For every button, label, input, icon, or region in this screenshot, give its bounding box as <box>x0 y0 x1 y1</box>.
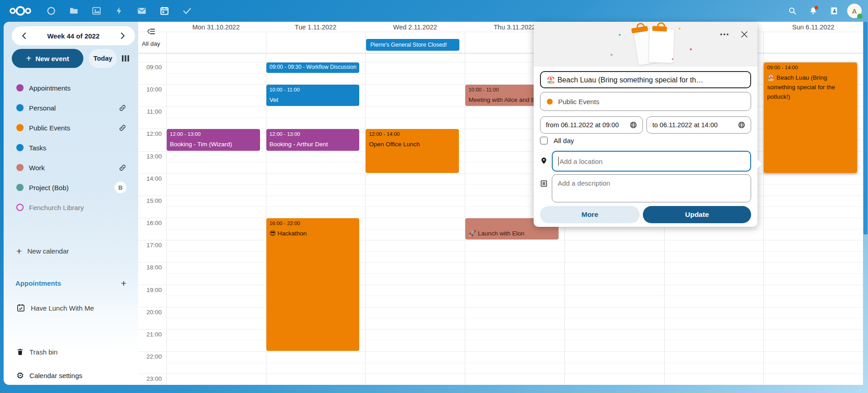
vertical-scrollbar[interactable] <box>863 22 868 235</box>
appointment-item[interactable]: Have Lunch With Me <box>4 298 138 318</box>
event-chip[interactable]: 12:00 - 13:00Booking - Arthur Dent <box>266 129 360 150</box>
allday-checkbox[interactable]: All day <box>540 137 574 144</box>
calendar-select[interactable]: Public Events <box>540 92 751 111</box>
event-title: 🏖️ Beach Luau (Bring something special f… <box>767 73 854 102</box>
hour-label: 20:00 <box>138 309 162 316</box>
photos-icon[interactable] <box>85 0 108 22</box>
half-hour-line <box>166 118 863 118</box>
event-time: 12:00 - 14:00 <box>369 131 456 137</box>
hour-label: 16:00 <box>138 220 162 226</box>
week-navigation: Week 44 of 2022 <box>12 26 135 45</box>
event-title: Booking - Arthur Dent <box>270 140 357 149</box>
contacts-icon[interactable] <box>824 0 844 22</box>
calendar-color-dot <box>16 124 24 131</box>
day-header: Mon 31.10.2022 <box>166 22 266 32</box>
calendar-color-dot <box>16 144 24 151</box>
update-button[interactable]: Update <box>643 206 751 223</box>
calendar-list-item-appointments[interactable]: Appointments <box>4 78 138 98</box>
description-placeholder: Add a description <box>558 179 610 187</box>
calendar-name: Tasks <box>29 144 46 152</box>
gear-icon: ⚙ <box>16 371 24 380</box>
calendar-list: Appointments Personal Public Events Task… <box>4 78 138 217</box>
grid-column-line <box>365 53 366 385</box>
next-week-button[interactable] <box>117 30 129 42</box>
event-chip[interactable]: 09:00 - 14:00🏖️ Beach Luau (Bring someth… <box>764 62 857 173</box>
calendar-list-item-public-events[interactable]: Public Events <box>4 118 138 138</box>
event-editor-popup: 🏖️ Beach Luau (Bring something special f… <box>534 22 757 227</box>
day-header: Wed 2.11.2022 <box>365 22 465 32</box>
hour-label: 14:00 <box>138 175 162 182</box>
event-title-input[interactable]: 🏖️ Beach Luau (Bring something special f… <box>540 71 751 88</box>
checkbox-box[interactable] <box>540 137 548 144</box>
timezone-globe-icon[interactable] <box>630 121 637 129</box>
view-columns-icon[interactable] <box>118 51 133 66</box>
user-avatar[interactable]: A <box>847 4 862 18</box>
hour-label: 15:00 <box>138 197 162 204</box>
timezone-globe-icon[interactable] <box>738 121 745 129</box>
calendar-color-dot <box>16 84 24 91</box>
new-event-button[interactable]: + New event <box>12 49 83 68</box>
calendar-list-item-work[interactable]: Work <box>4 158 138 177</box>
calendar-list-item-fenchurch-library[interactable]: Fenchurch Library <box>4 197 138 217</box>
nextcloud-logo[interactable] <box>6 0 34 22</box>
calendar-color-dot <box>16 204 24 211</box>
header-right: A <box>782 0 864 22</box>
notification-dot <box>815 6 818 10</box>
event-chip[interactable]: 16:00 - 22:00😎 Hackathon <box>266 218 360 351</box>
location-input[interactable]: Add a location <box>552 151 751 172</box>
event-chip[interactable]: 10:00 - 11:00Vet <box>266 85 360 106</box>
add-appointment-button[interactable]: + <box>121 278 126 288</box>
files-icon[interactable] <box>63 0 85 22</box>
tasks-icon[interactable] <box>176 0 198 22</box>
event-title: Vet <box>270 96 357 105</box>
event-chip[interactable]: 09:00 - 09:30 - Workflow Discussion <box>266 62 360 73</box>
calendar-list-item-project-bob-[interactable]: Project (Bob) B <box>4 177 138 197</box>
share-link-icon <box>119 104 126 112</box>
dashboard-icon[interactable] <box>40 0 63 22</box>
calendar-color-dot <box>16 164 24 171</box>
activity-icon[interactable] <box>108 0 130 22</box>
top-header: A <box>0 0 868 22</box>
hour-label: 19:00 <box>138 287 162 293</box>
hour-label: 23:00 <box>138 375 162 382</box>
description-input[interactable]: Add a description <box>552 174 751 202</box>
calendar-settings-button[interactable]: ⚙ Calendar settings <box>7 366 135 385</box>
allday-event-chip[interactable]: Pierre's General Store Closed! <box>366 39 459 51</box>
hour-label: 10:00 <box>138 86 162 93</box>
close-icon[interactable] <box>738 28 751 41</box>
hour-line <box>138 285 863 285</box>
calendar-list-item-tasks[interactable]: Tasks <box>4 138 138 158</box>
more-options-button[interactable] <box>718 28 731 41</box>
notifications-bell-icon[interactable] <box>803 0 824 22</box>
half-hour-line <box>166 206 863 207</box>
hour-line <box>138 307 863 307</box>
grid-column-line <box>166 32 167 53</box>
allday-label: All day <box>142 40 160 47</box>
mail-icon[interactable] <box>130 0 153 22</box>
start-date-input[interactable]: from 06.11.2022 at 09:00 <box>540 116 643 134</box>
end-date-input[interactable]: to 06.11.2022 at 14:00 <box>646 116 751 134</box>
event-chip[interactable]: 12:00 - 14:00Open Office Lunch <box>366 129 459 173</box>
share-link-icon <box>119 164 126 172</box>
calendar-name: Personal <box>29 104 56 112</box>
online-status-dot <box>857 14 863 19</box>
new-calendar-button[interactable]: + New calendar <box>4 241 138 261</box>
event-title: 🚀 Launch with Elon <box>468 229 555 239</box>
calendar-app-icon[interactable] <box>153 0 176 22</box>
today-button[interactable]: Today <box>89 49 117 68</box>
search-icon[interactable] <box>782 0 803 22</box>
appointment-item-label: Have Lunch With Me <box>31 304 94 312</box>
previous-week-button[interactable] <box>18 30 30 42</box>
hour-line <box>138 240 863 240</box>
event-title-value: 🏖️ Beach Luau (Bring something special f… <box>546 76 703 84</box>
hour-label: 17:00 <box>138 242 162 249</box>
text-caret <box>558 157 559 166</box>
calendar-select-value: Public Events <box>558 98 599 105</box>
grid-column-line <box>365 32 366 53</box>
calendar-list-item-personal[interactable]: Personal <box>4 98 138 118</box>
trash-bin-button[interactable]: Trash bin <box>4 342 138 362</box>
event-chip[interactable]: 12:00 - 13:00Booking - Tim (Wizard) <box>167 129 260 150</box>
more-button[interactable]: More <box>540 206 640 223</box>
calendar-name: Appointments <box>29 84 71 92</box>
hour-label: 09:00 <box>138 64 162 71</box>
